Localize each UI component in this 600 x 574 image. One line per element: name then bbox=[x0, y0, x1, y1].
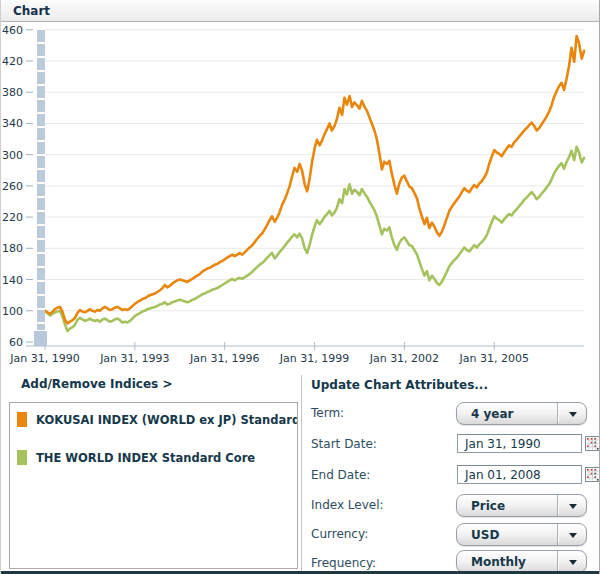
legend-swatch-kokusai bbox=[17, 412, 27, 427]
index-level-dropdown[interactable]: Price bbox=[456, 494, 587, 517]
chart-plot: 46042038034030026022018014010060Jan 31, … bbox=[1, 22, 600, 375]
y-axis-label: 340 bbox=[2, 117, 23, 130]
start-date-input[interactable]: Jan 31, 1990 bbox=[457, 434, 582, 453]
legend-item: THE WORLD INDEX Standard Core bbox=[10, 449, 297, 479]
frequency-label: Frequency: bbox=[311, 556, 376, 570]
y-axis-slider-track[interactable] bbox=[37, 30, 45, 330]
chevron-down-icon bbox=[569, 533, 577, 538]
legend-item-label: THE WORLD INDEX Standard Core bbox=[36, 451, 255, 465]
dropdown-value: Price bbox=[471, 499, 505, 513]
chevron-down-icon bbox=[569, 412, 577, 417]
chart-widget: Chart 46042038034030026022018014010060Ja… bbox=[0, 0, 600, 574]
end-date-label: End Date: bbox=[311, 468, 370, 482]
panel-divider bbox=[301, 375, 302, 571]
x-axis-label: Jan 31, 1999 bbox=[279, 352, 349, 365]
x-axis-label: Jan 31, 2002 bbox=[369, 352, 439, 365]
y-axis-label: 260 bbox=[2, 180, 23, 193]
currency-label: Currency: bbox=[311, 527, 368, 541]
y-axis-label: 420 bbox=[2, 55, 23, 68]
x-axis-label: Jan 31, 2005 bbox=[459, 352, 529, 365]
end-date-input[interactable]: Jan 01, 2008 bbox=[457, 465, 582, 484]
legend-box: KOKUSAI INDEX (WORLD ex JP) Standard Co … bbox=[9, 402, 298, 569]
y-axis-label: 180 bbox=[2, 242, 23, 255]
term-dropdown[interactable]: 4 year bbox=[456, 402, 587, 425]
y-axis-label: 300 bbox=[2, 149, 23, 162]
y-axis-label: 220 bbox=[2, 211, 23, 224]
update-attributes-heading: Update Chart Attributes... bbox=[311, 378, 488, 392]
index-level-label: Index Level: bbox=[311, 498, 384, 512]
dropdown-value: Monthly bbox=[471, 555, 526, 569]
chevron-down-icon bbox=[569, 560, 577, 565]
dropdown-value: 4 year bbox=[471, 407, 514, 421]
x-axis-label: Jan 31, 1993 bbox=[99, 352, 169, 365]
currency-dropdown[interactable]: USD bbox=[456, 523, 587, 546]
y-axis-label: 140 bbox=[2, 274, 23, 287]
legend-item-label: KOKUSAI INDEX (WORLD ex JP) Standard Co bbox=[36, 413, 297, 427]
x-axis-label: Jan 31, 1990 bbox=[9, 352, 79, 365]
y-axis-label: 100 bbox=[2, 305, 23, 318]
y-axis-slider-handle[interactable] bbox=[34, 331, 47, 346]
series-line bbox=[45, 36, 584, 323]
widget-title: Chart bbox=[13, 4, 50, 18]
add-remove-indices-link[interactable]: Add/Remove Indices > bbox=[21, 377, 172, 391]
x-axis-label: Jan 31, 1996 bbox=[189, 352, 259, 365]
start-date-label: Start Date: bbox=[311, 437, 377, 451]
widget-header: Chart bbox=[1, 0, 599, 22]
dropdown-arrow-button[interactable] bbox=[557, 524, 586, 545]
legend-item: KOKUSAI INDEX (WORLD ex JP) Standard Co bbox=[10, 411, 297, 441]
dropdown-arrow-button[interactable] bbox=[557, 551, 586, 572]
y-axis-label: 460 bbox=[2, 24, 23, 37]
calendar-icon[interactable] bbox=[585, 436, 600, 451]
dropdown-arrow-button[interactable] bbox=[557, 403, 586, 424]
calendar-icon[interactable] bbox=[585, 467, 600, 482]
y-axis-label: 60 bbox=[9, 336, 23, 349]
dropdown-arrow-button[interactable] bbox=[557, 495, 586, 516]
chevron-down-icon bbox=[569, 504, 577, 509]
legend-swatch-world bbox=[17, 450, 27, 465]
y-axis-label: 380 bbox=[2, 86, 23, 99]
term-label: Term: bbox=[311, 406, 344, 420]
frequency-dropdown[interactable]: Monthly bbox=[456, 550, 587, 573]
dropdown-value: USD bbox=[471, 528, 499, 542]
series-line bbox=[45, 147, 584, 331]
